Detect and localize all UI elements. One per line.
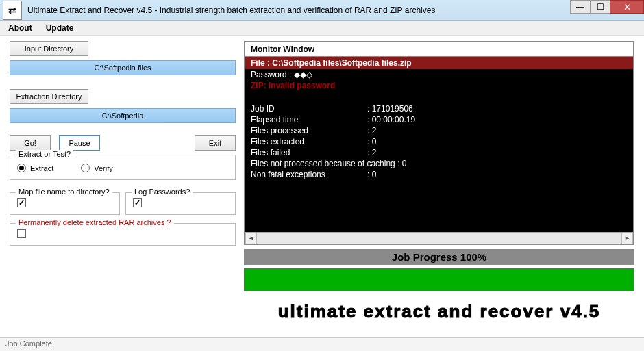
map-group: Map file name to directory? xyxy=(10,192,120,215)
app-banner: ultimate extract and recover v4.5 xyxy=(244,301,634,322)
horizontal-scrollbar[interactable]: ◄ ► xyxy=(245,232,633,244)
checkbox-icon xyxy=(17,198,26,207)
scroll-left-icon[interactable]: ◄ xyxy=(245,233,257,244)
monitor-stat-row: Elapsed time: 00:00:00.19 xyxy=(245,114,633,125)
extraction-directory-path: C:\Softpedia xyxy=(10,108,236,123)
log-legend: Log Passwords? xyxy=(132,187,193,196)
menubar: About Update xyxy=(0,21,644,36)
radio-verify-label: Verify xyxy=(94,164,113,172)
delete-group: Permanently delete extracted RAR archive… xyxy=(10,223,236,246)
log-checkbox[interactable] xyxy=(133,198,228,207)
menu-about[interactable]: About xyxy=(8,23,32,33)
maximize-button[interactable]: ☐ xyxy=(590,0,610,14)
map-checkbox[interactable] xyxy=(17,198,112,207)
monitor-error-line: ZIP: Invalid password xyxy=(245,80,633,91)
monitor-window: Monitor Window File : C:\Softpedia files… xyxy=(244,41,634,245)
exit-button[interactable]: Exit xyxy=(195,135,236,151)
right-panel: Monitor Window File : C:\Softpedia files… xyxy=(244,41,634,335)
monitor-stat-row: Files failed: 2 xyxy=(245,147,633,158)
monitor-stat-row: Files extracted: 0 xyxy=(245,136,633,147)
radio-icon xyxy=(81,164,90,172)
extraction-directory-button[interactable]: Extraction Directory xyxy=(10,89,88,104)
delete-legend: Permanently delete extracted RAR archive… xyxy=(16,218,174,226)
pause-button[interactable]: Pause xyxy=(59,135,100,151)
mode-legend: Extract or Test? xyxy=(16,150,73,158)
map-legend: Map file name to directory? xyxy=(16,187,112,196)
checkbox-icon xyxy=(17,229,26,238)
progress-label: Job Progress 100% xyxy=(244,249,634,265)
monitor-stat-row: Files not processed because of caching :… xyxy=(245,158,633,169)
radio-extract-label: Extract xyxy=(30,164,53,172)
mode-group: Extract or Test? Extract Verify xyxy=(10,155,236,180)
app-icon: ⇄ xyxy=(3,1,22,20)
close-button[interactable]: ✕ xyxy=(610,0,644,14)
monitor-file-line: File : C:\Softpedia files\Softpedia file… xyxy=(245,57,633,69)
go-button[interactable]: Go! xyxy=(10,135,51,151)
left-panel: Input Directory C:\Softpedia files Extra… xyxy=(10,41,236,335)
monitor-stat-row: Job ID: 171019506 xyxy=(245,103,633,114)
minimize-button[interactable]: — xyxy=(570,0,591,14)
statusbar: Job Complete xyxy=(0,337,644,351)
scroll-right-icon[interactable]: ► xyxy=(621,233,633,244)
radio-verify[interactable]: Verify xyxy=(81,164,113,172)
checkbox-icon xyxy=(133,198,142,207)
input-directory-path: C:\Softpedia files xyxy=(10,60,236,75)
monitor-header: Monitor Window xyxy=(245,42,633,57)
monitor-password-line: Password : ◆◆◇ xyxy=(245,69,633,80)
monitor-body: File : C:\Softpedia files\Softpedia file… xyxy=(245,57,633,232)
delete-checkbox[interactable] xyxy=(17,229,228,238)
radio-icon xyxy=(17,164,26,172)
window-controls: — ☐ ✕ xyxy=(571,0,644,14)
radio-extract[interactable]: Extract xyxy=(17,164,53,172)
input-directory-button[interactable]: Input Directory xyxy=(10,41,88,56)
menu-update[interactable]: Update xyxy=(46,23,74,33)
window-title: Ultimate Extract and Recover v4.5 - Indu… xyxy=(25,5,644,15)
monitor-stat-row: Non fatal exceptions: 0 xyxy=(245,169,633,180)
titlebar: ⇄ Ultimate Extract and Recover v4.5 - In… xyxy=(0,0,644,21)
progress-bar xyxy=(244,268,634,291)
monitor-stat-row: Files processed: 2 xyxy=(245,125,633,136)
log-group: Log Passwords? xyxy=(125,192,236,215)
